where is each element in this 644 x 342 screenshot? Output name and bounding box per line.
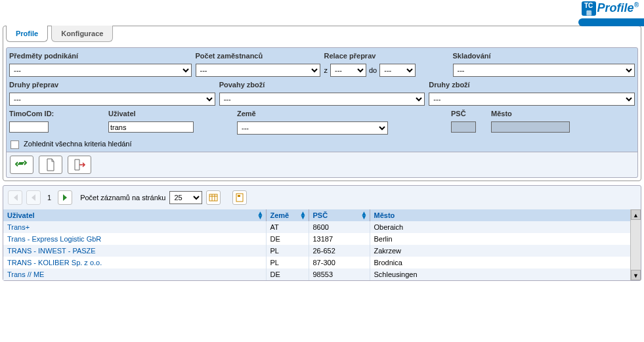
app-header: TC⊞Profile® [0, 0, 644, 23]
cell-mesto: Schleusingen [370, 268, 641, 280]
input-timocom[interactable] [9, 121, 49, 133]
input-mesto [491, 121, 570, 133]
select-skladovani[interactable]: --- [453, 64, 635, 77]
pager-detail-button[interactable] [232, 190, 247, 205]
col-header-psc[interactable]: PSČ▲▼ [309, 209, 370, 221]
col-header-zeme[interactable]: Země▲▼ [266, 209, 309, 221]
col-header-uzivatel[interactable]: Uživatel▲▼ [3, 209, 266, 221]
pager: 1 Počet záznamů na stránku 25 [3, 186, 641, 209]
pager-next[interactable] [58, 190, 72, 205]
cell-psc: 98553 [309, 268, 370, 280]
table-row[interactable]: Trans - Express Logistic GbRDE13187Berli… [3, 233, 641, 245]
cell-psc: 8600 [309, 221, 370, 233]
checkbox-zohlednit[interactable] [11, 140, 19, 149]
label-relace: Relace přeprav [324, 51, 449, 61]
vertical-scrollbar[interactable]: ▲ ▼ [630, 209, 641, 280]
cell-uzivatel[interactable]: Trans // ME [3, 268, 266, 280]
cell-zeme: DE [266, 268, 309, 280]
cell-uzivatel[interactable]: TRANS - KOLIBER Sp. z o.o. [3, 257, 266, 268]
card-icon [236, 193, 244, 202]
select-povahy[interactable]: --- [219, 93, 425, 106]
results-table-wrap: Uživatel▲▼ Země▲▼ PSČ▲▼ Město▲▼ Trans+AT… [3, 209, 641, 280]
table-row[interactable]: TRANS - INWEST - PASZEPL26-652Zakrzew [3, 245, 641, 257]
cell-zeme: PL [266, 245, 309, 257]
results-table: Uživatel▲▼ Země▲▼ PSČ▲▼ Město▲▼ Trans+AT… [3, 209, 641, 280]
input-psc [451, 121, 476, 133]
next-icon [62, 194, 68, 201]
cell-mesto: Berlin [370, 233, 641, 245]
cell-zeme: AT [266, 221, 309, 233]
label-relace-do: do [369, 66, 377, 74]
cell-psc: 13187 [309, 233, 370, 245]
select-relace-z[interactable]: --- [330, 64, 366, 77]
label-mesto: Město [491, 108, 635, 119]
filter-panel: Předměty podnikání Počet zaměstnanců Rel… [6, 47, 638, 178]
results-panel: 1 Počet záznamů na stránku 25 Uživatel▲▼… [3, 185, 641, 281]
first-icon [12, 194, 18, 201]
input-uzivatel[interactable] [108, 121, 194, 133]
logo: TC⊞Profile® [582, 1, 639, 16]
cell-mesto: Oberaich [370, 221, 641, 233]
cell-mesto: Brodnica [370, 257, 641, 268]
pager-settings-button[interactable] [206, 190, 221, 205]
svg-rect-0 [209, 194, 217, 201]
exit-icon [73, 158, 86, 171]
label-povahy: Povahy zboží [219, 79, 425, 90]
pager-page: 1 [45, 194, 54, 202]
label-timocom: TimoCom ID: [9, 108, 104, 119]
sort-icon: ▲▼ [300, 211, 307, 219]
select-predmety[interactable]: --- [9, 64, 192, 77]
label-druhy-preprav: Druhy přeprav [9, 79, 215, 90]
refresh-button[interactable] [10, 156, 33, 174]
tab-profile[interactable]: Profile [6, 26, 48, 42]
table-icon [209, 194, 218, 202]
action-toolbar [7, 152, 637, 177]
tab-bar: Profile Konfigurace [6, 26, 638, 44]
refresh-icon [15, 159, 28, 171]
select-pocet[interactable]: --- [196, 64, 320, 77]
new-button[interactable] [39, 156, 62, 174]
pager-first[interactable] [8, 190, 22, 205]
select-per-page[interactable]: 25 [169, 191, 202, 204]
cell-uzivatel[interactable]: Trans+ [3, 221, 266, 233]
main-container: Profile Konfigurace Předměty podnikání P… [3, 26, 641, 181]
select-druhy-preprav[interactable]: --- [9, 93, 215, 106]
cell-uzivatel[interactable]: Trans - Express Logistic GbR [3, 233, 266, 245]
prev-icon [31, 194, 36, 201]
tab-config[interactable]: Konfigurace [51, 26, 113, 42]
label-druhy-zbozi: Druhy zboží [429, 79, 635, 90]
svg-rect-2 [238, 195, 240, 197]
scroll-up-icon[interactable]: ▲ [631, 209, 641, 220]
label-predmety: Předměty podnikání [9, 51, 192, 61]
sort-icon: ▲▼ [361, 211, 368, 219]
document-icon [45, 158, 56, 171]
label-skladovani: Skladování [453, 51, 635, 61]
select-druhy-zbozi[interactable]: --- [429, 93, 635, 106]
label-zohlednit: Zohlednit všechna kriteria hledání [24, 140, 131, 148]
cell-psc: 87-300 [309, 257, 370, 268]
svg-rect-1 [236, 194, 243, 202]
scroll-down-icon[interactable]: ▼ [631, 270, 641, 280]
pager-records-label: Počet záznamů na stránku [80, 194, 165, 202]
cell-uzivatel[interactable]: TRANS - INWEST - PASZE [3, 245, 266, 257]
select-zeme[interactable]: --- [237, 121, 388, 135]
checkbox-row: Zohlednit všechna kriteria hledání [9, 137, 635, 152]
select-relace-do[interactable]: --- [379, 64, 416, 77]
label-uzivatel: Uživatel [108, 108, 233, 119]
table-row[interactable]: Trans // MEDE98553Schleusingen [3, 268, 641, 280]
table-row[interactable]: TRANS - KOLIBER Sp. z o.o.PL87-300Brodni… [3, 257, 641, 268]
label-pocet: Počet zaměstnanců [196, 51, 320, 61]
cell-zeme: PL [266, 257, 309, 268]
pager-prev[interactable] [26, 190, 41, 205]
col-header-mesto[interactable]: Město▲▼ [370, 209, 641, 221]
sort-icon: ▲▼ [257, 211, 264, 219]
label-relace-z: z [324, 66, 328, 74]
table-row[interactable]: Trans+AT8600Oberaich [3, 221, 641, 233]
exit-button[interactable] [68, 156, 91, 174]
cell-mesto: Zakrzew [370, 245, 641, 257]
label-psc: PSČ [451, 108, 487, 119]
cell-psc: 26-652 [309, 245, 370, 257]
cell-zeme: DE [266, 233, 309, 245]
logo-icon: TC⊞ [582, 1, 596, 16]
label-zeme: Země [237, 108, 447, 119]
